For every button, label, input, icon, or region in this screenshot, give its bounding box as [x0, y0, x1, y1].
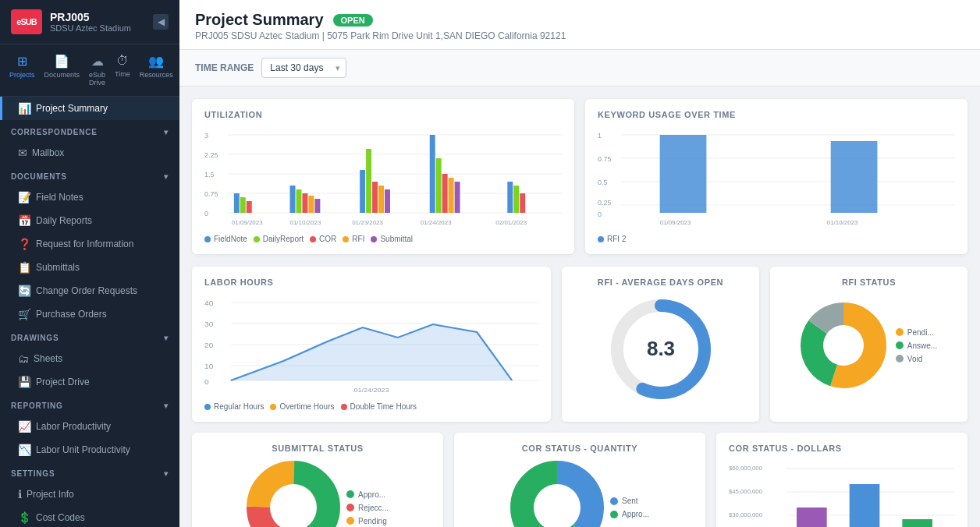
keyword-chart-svg: 1 0.75 0.5 0.25 0 01/09/2023 01/10/2023 … [598, 127, 955, 228]
sidebar: eSUB PRJ005 SDSU Aztec Stadium ◀ ⊞ Proje… [0, 0, 179, 527]
project-info-icon: ℹ [18, 488, 22, 500]
sidebar-header: eSUB PRJ005 SDSU Aztec Stadium ◀ [0, 0, 179, 44]
svg-text:$45,000,000: $45,000,000 [729, 488, 763, 495]
nav-time-button[interactable]: ⏱ Time [110, 51, 135, 90]
rfi-avg-days-title: RFI - AVERAGE DAYS OPEN [574, 278, 747, 287]
sidebar-item-sheets[interactable]: 🗂 Sheets [0, 347, 179, 370]
svg-text:02/01/2023: 02/01/2023 [495, 219, 527, 226]
svg-rect-11 [240, 197, 246, 213]
nav-documents-button[interactable]: 📄 Documents [40, 51, 85, 90]
svg-rect-21 [378, 186, 384, 213]
sidebar-section-correspondence[interactable]: CORRESPONDENCE ▾ [0, 120, 179, 141]
svg-text:0.5: 0.5 [598, 179, 607, 186]
svg-rect-12 [247, 201, 252, 213]
utilization-card: UTILIZATION 3 2.25 1.5 0.75 0 [192, 99, 574, 254]
rfi-status-pie-container: Pendi... Answe... Void [801, 302, 937, 388]
labor-hours-chart-area: 40 30 20 10 0 01/24/2023 Days Labor Hour… [204, 295, 538, 396]
cor-status-dollars-title: COR STATUS - DOLLARS [729, 444, 955, 453]
sidebar-item-project-info[interactable]: ℹ Project Info [0, 483, 179, 506]
sidebar-section-reporting[interactable]: REPORTING ▾ [0, 394, 179, 415]
sidebar-item-labor-unit-productivity[interactable]: 📉 Labor Unit Productivity [0, 438, 179, 462]
cor-qty-legend: Sent Appro... [610, 497, 649, 518]
sidebar-section-drawings[interactable]: DRAWINGS ▾ [0, 326, 179, 347]
sidebar-project-info: PRJ005 SDSU Aztec Stadium [50, 11, 145, 33]
labor-productivity-icon: 📈 [18, 420, 31, 433]
sidebar-item-cost-codes[interactable]: 💲 Cost Codes [0, 506, 179, 527]
svg-text:1.5: 1.5 [204, 171, 214, 179]
legend-regular-hours: Regular Hours [204, 402, 264, 411]
sidebar-collapse-button[interactable]: ◀ [153, 14, 169, 30]
svg-rect-20 [372, 182, 378, 213]
nav-icons-row: ⊞ Projects 📄 Documents ☁ eSub Drive ⏱ Ti… [0, 44, 179, 97]
rfi-avg-days-donut: 8.3 [606, 295, 715, 404]
page-title: Project Summary [195, 11, 324, 29]
labor-hours-legend: Regular Hours Overtime Hours Double Time… [204, 402, 538, 411]
sidebar-project-name: SDSU Aztec Stadium [50, 23, 145, 33]
rfi-status-card: RFI STATUS Pendi.. [770, 267, 968, 422]
sidebar-item-submittals[interactable]: 📋 Submittals [0, 256, 179, 279]
cor-sent-dot [610, 497, 618, 505]
utilization-title: UTILIZATION [204, 110, 562, 119]
sidebar-section-documents[interactable]: DOCUMENTS ▾ [0, 164, 179, 186]
sidebar-item-field-notes[interactable]: 📝 Field Notes [0, 186, 179, 209]
sidebar-item-project-drive[interactable]: 💾 Project Drive [0, 370, 179, 394]
svg-rect-10 [234, 193, 240, 213]
rfi-legend-answered: Answe... [896, 341, 937, 350]
svg-text:01/24/2023: 01/24/2023 [353, 386, 389, 393]
svg-rect-13 [290, 186, 296, 213]
cor-status-dollars-card: COR STATUS - DOLLARS $60,000,000 $45,000… [716, 433, 968, 527]
cor-qty-legend-appro: Appro... [610, 510, 649, 518]
void-dot [896, 355, 904, 363]
submit-pending-dot [346, 517, 354, 525]
svg-text:$60,000,000: $60,000,000 [729, 465, 763, 472]
status-badge: OPEN [333, 14, 373, 27]
time-range-select[interactable]: Last 7 days Last 30 days Last 90 days Cu… [261, 58, 346, 78]
main-header: Project Summary OPEN PRJ005 SDSU Aztec S… [179, 0, 980, 50]
nav-esub-drive-button[interactable]: ☁ eSub Drive [84, 51, 110, 90]
svg-text:2.25: 2.25 [204, 151, 218, 159]
rfi-dot [343, 236, 349, 242]
svg-rect-30 [520, 193, 525, 213]
app-logo: eSUB [11, 9, 42, 34]
sidebar-item-daily-reports[interactable]: 📅 Daily Reports [0, 209, 179, 232]
esub-drive-icon: ☁ [91, 54, 104, 69]
sidebar-item-cor[interactable]: 🔄 Change Order Requests [0, 279, 179, 302]
cor-status-qty-card: COR STATUS - QUANTITY Sent A [454, 433, 705, 527]
rejected-dot [346, 504, 354, 511]
sidebar-item-rfi[interactable]: ❓ Request for Information [0, 232, 179, 256]
labor-unit-productivity-icon: 📉 [18, 444, 31, 456]
svg-rect-29 [513, 186, 519, 213]
nav-resources-button[interactable]: 👥 Resources [135, 51, 178, 90]
appro-dot [346, 490, 354, 498]
svg-rect-18 [360, 170, 365, 213]
cost-codes-icon: 💲 [18, 511, 31, 524]
svg-text:01/10/2023: 01/10/2023 [290, 219, 321, 226]
sidebar-item-project-summary[interactable]: 📊 Project Summary [0, 97, 179, 120]
sheets-icon: 🗂 [18, 352, 29, 365]
svg-text:01/24/2023: 01/24/2023 [421, 219, 452, 226]
svg-text:01/23/2023: 01/23/2023 [352, 219, 383, 226]
fieldnote-dot [204, 236, 211, 242]
sidebar-item-mailbox[interactable]: ✉ Mailbox [0, 141, 179, 164]
cor-status-qty-title: COR STATUS - QUANTITY [467, 444, 693, 453]
submittal-legend: Appro... Rejecc... Pending [346, 490, 389, 525]
svg-rect-24 [436, 158, 442, 213]
rfi-status-legend: Pendi... Answe... Void [896, 328, 937, 363]
submittals-icon: 📋 [18, 261, 31, 274]
cor-dollars-svg: $60,000,000 $45,000,000 $30,000,000 $15,… [729, 461, 955, 527]
svg-text:01/09/2023: 01/09/2023 [232, 219, 263, 226]
project-drive-icon: 💾 [18, 376, 31, 388]
reporting-chevron: ▾ [164, 401, 169, 410]
cor-dollars-chart-area: $60,000,000 $45,000,000 $30,000,000 $15,… [729, 461, 955, 527]
resources-icon: 👥 [148, 54, 164, 69]
utilization-chart-area: 3 2.25 1.5 0.75 0 [204, 127, 562, 228]
double-time-dot [341, 404, 347, 410]
nav-projects-button[interactable]: ⊞ Projects [5, 51, 40, 90]
project-breadcrumb: PRJ005 SDSU Aztec Stadium | 5075 Park Ri… [195, 30, 964, 41]
sidebar-item-purchase-orders[interactable]: 🛒 Purchase Orders [0, 302, 179, 326]
pending-dot [896, 328, 904, 336]
sidebar-item-labor-productivity[interactable]: 📈 Labor Productivity [0, 415, 179, 438]
svg-rect-48 [831, 141, 878, 213]
sidebar-section-settings[interactable]: SETTINGS ▾ [0, 462, 179, 483]
svg-rect-23 [430, 135, 435, 213]
